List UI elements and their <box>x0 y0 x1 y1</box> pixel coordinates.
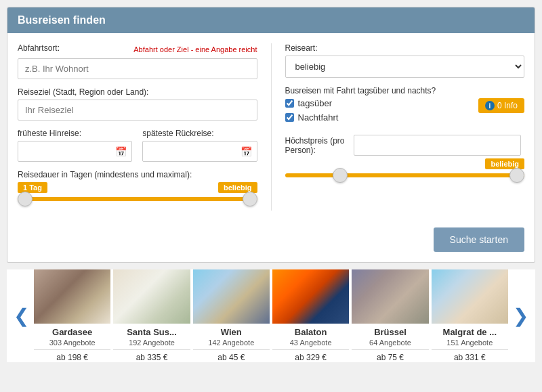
search-left: Abfahrtsort: Abfahrt oder Ziel - eine An… <box>18 43 272 211</box>
dest-name: Malgrat de ... <box>432 327 508 337</box>
dest-count: 192 Angebote <box>113 339 190 347</box>
dest-item-wien[interactable]: Wien 142 Angebote ab 45 € <box>192 269 271 362</box>
search-button[interactable]: Suche starten <box>434 227 524 252</box>
search-title: Busreisen finden <box>18 14 106 26</box>
nacht-question: Busreisen mit Fahrt tagsüber und nachts? <box>285 86 525 95</box>
info-button[interactable]: i 0 Info <box>478 98 524 113</box>
reiseziel-input[interactable] <box>18 100 257 121</box>
dauer-label: Reisedauer in Tagen (mindestens und maxi… <box>18 170 192 179</box>
dest-image <box>272 269 349 324</box>
dest-name: Santa Sus... <box>113 327 190 337</box>
abfahrtsort-label: Abfahrtsort: <box>18 43 60 53</box>
dest-divider <box>193 349 270 350</box>
rueckreise-calendar-icon[interactable]: 📅 <box>241 146 252 157</box>
preis-label-row: Höchstpreis (pro Person): 100€ <box>285 135 525 156</box>
search-panel: Busreisen finden Abfahrtsort: Abfahrt od… <box>7 7 535 263</box>
reiseart-group: Reiseart: beliebig Rundreise Städtereise… <box>285 43 525 78</box>
preis-label: Höchstpreis (pro Person): <box>285 136 348 155</box>
checkboxes-col: tagsüber Nachtfahrt <box>285 98 478 127</box>
abfahrtsort-group: Abfahrtsort: Abfahrt oder Ziel - eine An… <box>18 43 257 79</box>
dest-name: Brüssel <box>352 327 428 337</box>
abfahrtsort-input[interactable] <box>18 58 257 79</box>
dest-divider <box>432 349 508 350</box>
dest-divider <box>352 349 428 350</box>
nacht-checkbox[interactable] <box>285 113 294 122</box>
dauer-slider-row: Reisedauer in Tagen (mindestens und maxi… <box>18 170 257 201</box>
hinreise-label: früheste Hinreise: <box>18 129 132 138</box>
dauer-label-row: Reisedauer in Tagen (mindestens und maxi… <box>18 170 257 179</box>
dest-item-gardasee[interactable]: Gardasee 303 Angebote ab 198 € <box>33 269 112 362</box>
preis-slider-track[interactable] <box>285 173 525 177</box>
dest-image <box>352 269 428 324</box>
dest-item-brssel[interactable]: Brüssel 64 Angebote ab 75 € <box>350 269 430 362</box>
reiseziel-label: Reiseziel (Stadt, Region oder Land): <box>18 87 257 97</box>
info-label: 0 Info <box>497 101 518 110</box>
dest-price: ab 75 € <box>352 353 428 362</box>
abfahrtsort-label-row: Abfahrtsort: Abfahrt oder Ziel - eine An… <box>18 43 257 56</box>
night-row: tagsüber Nachtfahrt i 0 Info <box>285 98 525 127</box>
dest-image <box>432 269 508 324</box>
reiseart-label: Reiseart: <box>285 43 525 53</box>
date-row: früheste Hinreise: 23.09.2021 📅 späteste… <box>18 129 257 162</box>
dest-divider <box>34 349 110 350</box>
dest-name: Balaton <box>272 327 349 337</box>
rueckreise-group: späteste Rückreise: 19.12.2021 📅 <box>142 129 257 162</box>
tagsueber-row: tagsüber <box>285 98 478 108</box>
carousel-items: Gardasee 303 Angebote ab 198 € Santa Sus… <box>33 269 509 362</box>
dest-price: ab 329 € <box>272 353 349 362</box>
dauer-slider-track[interactable] <box>18 197 257 201</box>
hinreise-calendar-icon[interactable]: 📅 <box>115 146 127 157</box>
nacht-row: Nachtfahrt <box>285 112 478 123</box>
preis-slider-row: Höchstpreis (pro Person): 100€ 100€ beli… <box>285 135 525 177</box>
dest-image <box>113 269 190 324</box>
dest-image <box>34 269 110 324</box>
tagsueber-label: tagsüber <box>298 98 333 108</box>
dest-price: ab 45 € <box>193 353 270 362</box>
dest-name: Wien <box>193 327 270 337</box>
tagsueber-checkbox[interactable] <box>285 99 294 108</box>
hinreise-group: früheste Hinreise: 23.09.2021 📅 <box>18 129 132 162</box>
dest-price: ab 335 € <box>113 353 190 362</box>
dest-price: ab 331 € <box>432 353 508 362</box>
carousel-wrapper: ❮ Gardasee 303 Angebote ab 198 € Santa S… <box>7 269 535 362</box>
dest-item-malgratde[interactable]: Malgrat de ... 151 Angebote ab 331 € <box>430 269 509 362</box>
nacht-label: Nachtfahrt <box>298 112 339 123</box>
reiseart-select[interactable]: beliebig Rundreise Städtereise Erholungs… <box>285 56 525 78</box>
rueckreise-label: späteste Rückreise: <box>142 129 257 138</box>
search-header: Busreisen finden <box>7 7 535 33</box>
carousel-prev-button[interactable]: ❮ <box>10 307 33 326</box>
info-icon: i <box>485 101 495 110</box>
nacht-group: Busreisen mit Fahrt tagsüber und nachts?… <box>285 86 525 127</box>
dest-count: 151 Angebote <box>432 339 508 347</box>
dauer-slider-thumb-right[interactable] <box>243 192 257 206</box>
hinreise-input-wrap: 23.09.2021 📅 <box>18 141 132 162</box>
dest-price: ab 198 € <box>34 353 110 362</box>
search-btn-row: Suche starten <box>7 221 535 262</box>
dest-divider <box>113 349 190 350</box>
preis-input[interactable]: 100€ <box>354 135 522 156</box>
dest-item-santasus[interactable]: Santa Sus... 192 Angebote ab 335 € <box>112 269 191 362</box>
reiseziel-group: Reiseziel (Stadt, Region oder Land): <box>18 87 257 121</box>
abfahrtsort-hint: Abfahrt oder Ziel - eine Angabe reicht <box>133 45 257 53</box>
dest-name: Gardasee <box>34 327 110 337</box>
dest-count: 142 Angebote <box>193 339 270 347</box>
destinations-section: ❮ Gardasee 303 Angebote ab 198 € Santa S… <box>7 269 535 362</box>
search-body: Abfahrtsort: Abfahrt oder Ziel - eine An… <box>7 33 535 221</box>
dauer-slider-thumb-left[interactable] <box>18 192 33 206</box>
dest-count: 43 Angebote <box>272 339 349 347</box>
carousel-next-button[interactable]: ❯ <box>509 307 532 326</box>
rueckreise-input-wrap: 19.12.2021 📅 <box>142 141 257 162</box>
preis-slider-thumb-right[interactable] <box>509 168 524 183</box>
preis-slider-thumb-left[interactable] <box>333 168 348 183</box>
dest-count: 64 Angebote <box>352 339 428 347</box>
dest-image <box>193 269 270 324</box>
dest-item-balaton[interactable]: Balaton 43 Angebote ab 329 € <box>271 269 350 362</box>
dest-count: 303 Angebote <box>34 339 110 347</box>
search-right: Reiseart: beliebig Rundreise Städtereise… <box>272 43 525 211</box>
dest-divider <box>272 349 349 350</box>
